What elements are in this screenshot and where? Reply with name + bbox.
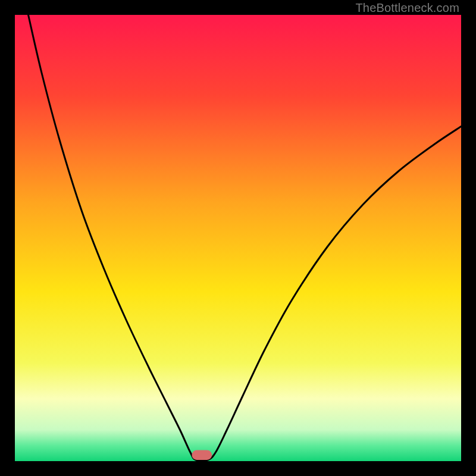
chart-background — [15, 15, 461, 461]
bottleneck-chart — [15, 15, 461, 461]
optimum-marker — [192, 450, 212, 461]
watermark-text: TheBottleneck.com — [355, 1, 459, 15]
